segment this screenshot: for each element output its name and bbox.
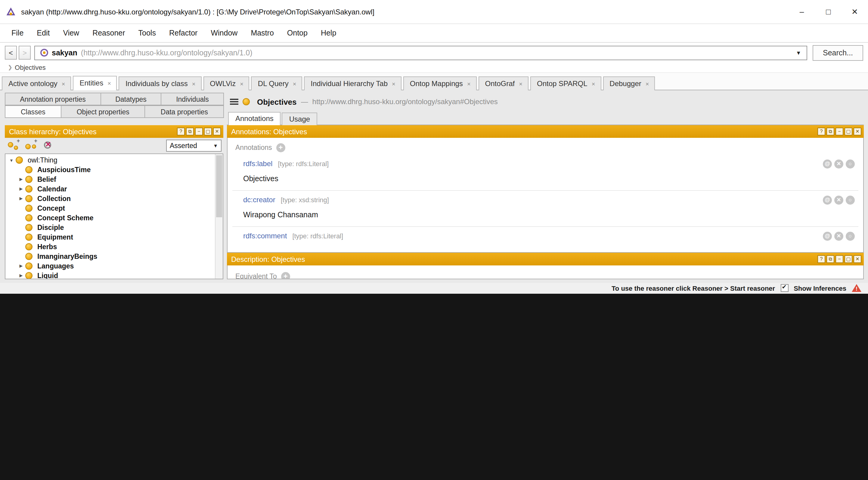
minimize-icon[interactable]: − bbox=[195, 128, 203, 135]
tab-owlviz[interactable]: OWLViz× bbox=[203, 76, 249, 90]
breadcrumb-item[interactable]: Objectives bbox=[15, 64, 46, 71]
tab-entities[interactable]: Entities× bbox=[73, 76, 117, 90]
tab-classes[interactable]: Classes bbox=[5, 105, 61, 118]
back-button[interactable]: < bbox=[5, 46, 17, 60]
help-icon[interactable]: ? bbox=[177, 128, 185, 135]
maximize-button[interactable]: □ bbox=[815, 0, 841, 24]
expand-arrow-icon[interactable]: ▶ bbox=[17, 264, 25, 268]
tree-item-disciple[interactable]: Disciple bbox=[5, 223, 215, 232]
add-equivalent-to-icon[interactable]: + bbox=[281, 272, 290, 279]
annotate-icon[interactable]: @ bbox=[823, 232, 832, 241]
delete-icon[interactable]: ✕ bbox=[834, 196, 843, 205]
expand-arrow-icon[interactable]: ▶ bbox=[17, 273, 25, 278]
delete-icon[interactable]: ✕ bbox=[834, 232, 843, 241]
expand-arrow-icon[interactable]: ▶ bbox=[17, 196, 25, 201]
ontology-selector[interactable]: sakyan (http://www.dhrg.huso-kku.org/ont… bbox=[34, 45, 807, 60]
search-button[interactable]: Search... bbox=[813, 45, 863, 61]
tab-usage[interactable]: Usage bbox=[282, 113, 317, 125]
tree-item-imanginarybeings[interactable]: ImanginaryBeings bbox=[5, 252, 215, 261]
help-icon[interactable]: ? bbox=[817, 128, 825, 135]
tab-debugger[interactable]: Debugger× bbox=[603, 76, 655, 90]
close-tab-icon[interactable]: × bbox=[519, 81, 523, 87]
close-button[interactable]: ✕ bbox=[841, 0, 868, 24]
tree-item-equipment[interactable]: Equipment bbox=[5, 232, 215, 242]
menu-item-edit[interactable]: Edit bbox=[30, 29, 56, 37]
menu-item-ontop[interactable]: Ontop bbox=[280, 29, 314, 37]
float-icon[interactable]: ⧉ bbox=[186, 128, 194, 135]
tree-item-collection[interactable]: ▶Collection bbox=[5, 194, 215, 203]
tab-ontop-sparql[interactable]: Ontop SPARQL× bbox=[530, 76, 601, 90]
edit-icon[interactable]: ○ bbox=[846, 196, 855, 205]
hierarchy-mode-dropdown[interactable]: Asserted ▼ bbox=[166, 140, 221, 152]
tree-item-calendar[interactable]: ▶Calendar bbox=[5, 184, 215, 194]
menu-item-window[interactable]: Window bbox=[204, 29, 244, 37]
minimize-icon[interactable]: − bbox=[836, 255, 843, 263]
forward-button[interactable]: > bbox=[19, 46, 31, 60]
add-sibling-class-button[interactable]: + bbox=[24, 140, 37, 152]
tab-individual-hierarchy-tab[interactable]: Individual Hierarchy Tab× bbox=[304, 76, 401, 90]
tab-annotation-properties[interactable]: Annotation properties bbox=[5, 93, 101, 105]
tab-ontop-mappings[interactable]: Ontop Mappings× bbox=[403, 76, 477, 90]
tab-object-properties[interactable]: Object properties bbox=[61, 105, 145, 118]
float-icon[interactable]: ⧉ bbox=[827, 128, 834, 135]
maximize-icon[interactable]: ▢ bbox=[844, 128, 852, 135]
tab-annotations[interactable]: Annotations bbox=[228, 112, 281, 125]
collapse-arrow-icon[interactable]: ▼ bbox=[7, 158, 16, 162]
tree-item-concept[interactable]: Concept bbox=[5, 203, 215, 213]
menu-item-tools[interactable]: Tools bbox=[132, 29, 162, 37]
chevron-down-icon[interactable]: ▼ bbox=[796, 50, 801, 56]
close-icon[interactable]: ✕ bbox=[854, 128, 861, 135]
menu-item-reasoner[interactable]: Reasoner bbox=[86, 29, 131, 37]
edit-icon[interactable]: ○ bbox=[846, 232, 855, 241]
help-icon[interactable]: ? bbox=[817, 255, 825, 263]
close-icon[interactable]: ✕ bbox=[854, 255, 861, 263]
close-tab-icon[interactable]: × bbox=[646, 81, 649, 87]
close-tab-icon[interactable]: × bbox=[467, 81, 471, 87]
close-tab-icon[interactable]: × bbox=[107, 80, 111, 86]
edit-icon[interactable]: ○ bbox=[846, 160, 855, 168]
expand-arrow-icon[interactable]: ▶ bbox=[17, 187, 25, 191]
tree-item-auspicioustime[interactable]: AuspiciousTime bbox=[5, 165, 215, 174]
menu-item-file[interactable]: File bbox=[5, 29, 30, 37]
menu-item-view[interactable]: View bbox=[56, 29, 86, 37]
tab-data-properties[interactable]: Data properties bbox=[145, 105, 224, 118]
float-icon[interactable]: ⧉ bbox=[827, 255, 834, 263]
annotate-icon[interactable]: @ bbox=[823, 196, 832, 205]
annotation-row[interactable]: rdfs:label[type: rdfs:Literal]Objectives… bbox=[232, 155, 858, 190]
menu-item-refactor[interactable]: Refactor bbox=[162, 29, 204, 37]
annotation-row[interactable]: dc:creator[type: xsd:string]Wirapong Cha… bbox=[232, 190, 858, 226]
delete-icon[interactable]: ✕ bbox=[834, 160, 843, 168]
close-tab-icon[interactable]: × bbox=[240, 81, 244, 87]
close-tab-icon[interactable]: × bbox=[293, 81, 297, 87]
annotation-row[interactable]: rdfs:comment[type: rdfs:Literal]@✕○ bbox=[232, 226, 858, 247]
close-tab-icon[interactable]: × bbox=[62, 81, 65, 87]
menu-item-mastro[interactable]: Mastro bbox=[244, 29, 280, 37]
show-inferences-checkbox[interactable]: ✔ bbox=[780, 284, 788, 292]
add-annotation-icon[interactable]: + bbox=[276, 143, 285, 152]
tab-active-ontology[interactable]: Active ontology× bbox=[2, 76, 71, 90]
maximize-icon[interactable]: ▢ bbox=[204, 128, 212, 135]
menu-item-help[interactable]: Help bbox=[314, 29, 343, 37]
menu-icon[interactable] bbox=[230, 99, 238, 105]
scrollbar-thumb[interactable] bbox=[216, 155, 222, 218]
minimize-button[interactable]: – bbox=[788, 0, 815, 24]
tab-ontograf[interactable]: OntoGraf× bbox=[478, 76, 528, 90]
tree-item-concept-scheme[interactable]: Concept Scheme bbox=[5, 213, 215, 223]
tab-datatypes[interactable]: Datatypes bbox=[100, 93, 162, 105]
close-icon[interactable]: ✕ bbox=[213, 128, 221, 135]
close-tab-icon[interactable]: × bbox=[192, 81, 196, 87]
tree-item-languages[interactable]: ▶Languages bbox=[5, 261, 215, 271]
minimize-icon[interactable]: − bbox=[836, 128, 843, 135]
tab-individuals[interactable]: Individuals bbox=[161, 93, 224, 105]
tree-scrollbar[interactable] bbox=[215, 154, 223, 279]
annotate-icon[interactable]: @ bbox=[823, 160, 832, 168]
tree-item-liquid[interactable]: ▶Liquid bbox=[5, 271, 215, 279]
add-subclass-button[interactable]: + bbox=[7, 140, 20, 152]
tree-item-herbs[interactable]: Herbs bbox=[5, 242, 215, 252]
tab-dl-query[interactable]: DL Query× bbox=[251, 76, 303, 90]
close-tab-icon[interactable]: × bbox=[592, 81, 595, 87]
expand-arrow-icon[interactable]: ▶ bbox=[17, 177, 25, 182]
delete-class-button[interactable]: ✕ bbox=[41, 140, 55, 152]
tree-item-belief[interactable]: ▶Belief bbox=[5, 174, 215, 184]
tab-individuals-by-class[interactable]: Individuals by class× bbox=[119, 76, 202, 90]
